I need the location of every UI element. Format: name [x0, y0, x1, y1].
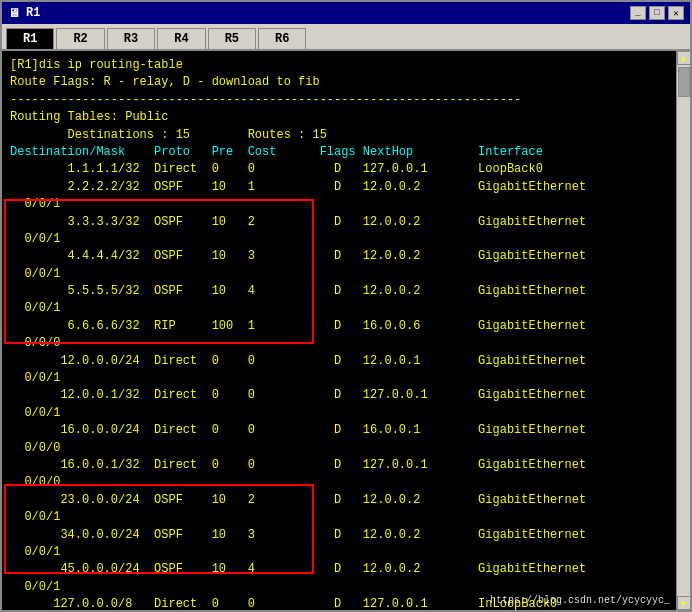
tab-bar: R1 R2 R3 R4 R5 R6 [2, 24, 690, 51]
minimize-button[interactable]: _ [630, 6, 646, 20]
title-bar: 🖥 R1 _ □ ✕ [2, 2, 690, 24]
window-title: R1 [26, 6, 40, 20]
line-2: Route Flags: R - relay, D - download to … [10, 74, 682, 91]
route-4444: 4.4.4.4/32 OSPF 10 3 D 12.0.0.2 GigabitE… [10, 248, 682, 265]
route-4444-iface: 0/0/1 [10, 266, 682, 283]
terminal-content: [R1]dis ip routing-table Route Flags: R … [2, 51, 690, 610]
route-3333-iface: 0/0/1 [10, 231, 682, 248]
route-16-host-iface: 0/0/0 [10, 474, 682, 491]
line-5: Routing Tables: Public [10, 109, 682, 126]
route-2222-iface: 0/0/1 [10, 196, 682, 213]
line-6: Destinations : 15 Routes : 15 [10, 127, 682, 144]
route-12-net: 12.0.0.0/24 Direct 0 0 D 12.0.0.1 Gigabi… [10, 353, 682, 370]
line-3: ----------------------------------------… [10, 92, 682, 109]
table-header: Destination/Mask Proto Pre Cost Flags Ne… [10, 144, 682, 161]
route-16-net-iface: 0/0/0 [10, 440, 682, 457]
tab-r6[interactable]: R6 [258, 28, 306, 49]
title-bar-controls: _ □ ✕ [630, 6, 684, 20]
line-1: [R1]dis ip routing-table [10, 57, 682, 74]
route-12-net-iface: 0/0/1 [10, 370, 682, 387]
route-23-net: 23.0.0.0/24 OSPF 10 2 D 12.0.0.2 Gigabit… [10, 492, 682, 509]
route-5555: 5.5.5.5/32 OSPF 10 4 D 12.0.0.2 GigabitE… [10, 283, 682, 300]
route-12-host: 12.0.0.1/32 Direct 0 0 D 127.0.0.1 Gigab… [10, 387, 682, 404]
tab-r2[interactable]: R2 [56, 28, 104, 49]
watermark: https://blog.csdn.net/ycycyyc_ [490, 595, 670, 606]
route-3333: 3.3.3.3/32 OSPF 10 2 D 12.0.0.2 GigabitE… [10, 214, 682, 231]
scroll-down-button[interactable]: ▼ [677, 596, 691, 610]
route-16-host: 16.0.0.1/32 Direct 0 0 D 127.0.0.1 Gigab… [10, 457, 682, 474]
scroll-thumb[interactable] [678, 67, 690, 97]
tab-r5[interactable]: R5 [208, 28, 256, 49]
window-icon: 🖥 [8, 6, 20, 21]
route-2222: 2.2.2.2/32 OSPF 10 1 D 12.0.0.2 GigabitE… [10, 179, 682, 196]
route-6666: 6.6.6.6/32 RIP 100 1 D 16.0.0.6 GigabitE… [10, 318, 682, 335]
tab-r4[interactable]: R4 [157, 28, 205, 49]
maximize-button[interactable]: □ [649, 6, 665, 20]
route-34-net-iface: 0/0/1 [10, 544, 682, 561]
route-loopback1: 1.1.1.1/32 Direct 0 0 D 127.0.0.1 LoopBa… [10, 161, 682, 178]
title-bar-left: 🖥 R1 [8, 6, 40, 21]
terminal-output: [R1]dis ip routing-table Route Flags: R … [10, 57, 682, 610]
scroll-up-button[interactable]: ▲ [677, 51, 691, 65]
route-5555-iface: 0/0/1 [10, 300, 682, 317]
route-45-net-iface: 0/0/1 [10, 579, 682, 596]
route-23-net-iface: 0/0/1 [10, 509, 682, 526]
close-button[interactable]: ✕ [668, 6, 684, 20]
route-34-net: 34.0.0.0/24 OSPF 10 3 D 12.0.0.2 Gigabit… [10, 527, 682, 544]
scrollbar[interactable]: ▲ ▼ [676, 51, 690, 610]
tab-r1[interactable]: R1 [6, 28, 54, 49]
route-6666-iface: 0/0/0 [10, 335, 682, 352]
main-window: 🖥 R1 _ □ ✕ R1 R2 R3 R4 R5 R6 [R1]dis ip … [0, 0, 692, 612]
route-12-host-iface: 0/0/1 [10, 405, 682, 422]
route-16-net: 16.0.0.0/24 Direct 0 0 D 16.0.0.1 Gigabi… [10, 422, 682, 439]
route-45-net: 45.0.0.0/24 OSPF 10 4 D 12.0.0.2 Gigabit… [10, 561, 682, 578]
tab-r3[interactable]: R3 [107, 28, 155, 49]
